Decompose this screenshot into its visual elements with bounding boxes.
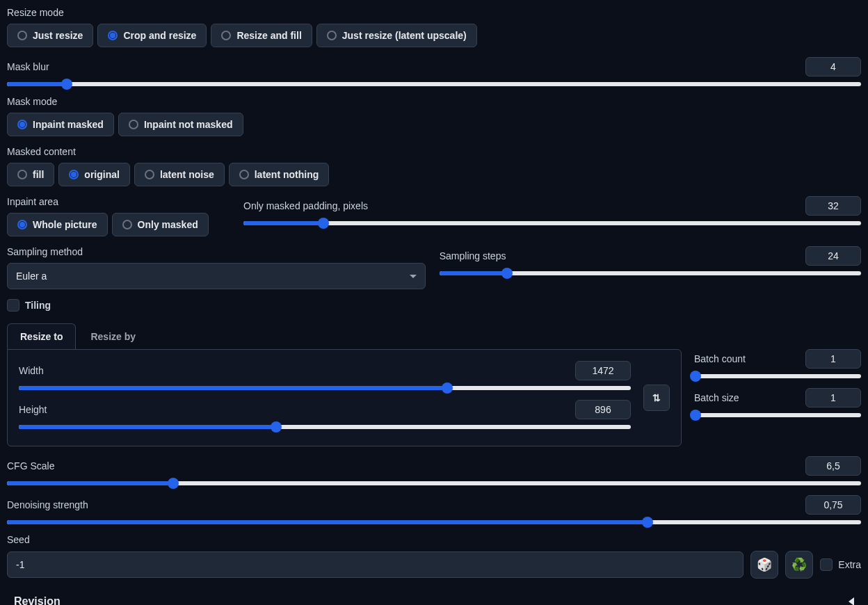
radio-icon bbox=[17, 120, 27, 129]
tab-resize-to[interactable]: Resize to bbox=[7, 323, 76, 349]
sampling-method-label: Sampling method bbox=[7, 246, 426, 257]
radio-icon bbox=[17, 220, 27, 229]
only-masked-padding-value[interactable]: 32 bbox=[805, 196, 861, 216]
masked-content-original[interactable]: original bbox=[58, 163, 130, 186]
mask-mode-inpaint-not-masked[interactable]: Inpaint not masked bbox=[118, 113, 243, 136]
resize-to-panel: Width 1472 Height 896 bbox=[7, 349, 682, 446]
mask-mode-inpaint-masked[interactable]: Inpaint masked bbox=[7, 113, 114, 136]
revision-title: Revision bbox=[14, 595, 61, 605]
revision-header[interactable]: Revision bbox=[7, 588, 861, 605]
resize-mode-just-resize[interactable]: Just resize bbox=[7, 24, 93, 47]
width-label: Width bbox=[19, 365, 44, 376]
mask-mode-group: Inpaint masked Inpaint not masked bbox=[7, 113, 861, 136]
batch-size-value[interactable]: 1 bbox=[805, 388, 861, 408]
denoise-value[interactable]: 0,75 bbox=[805, 495, 861, 515]
radio-icon bbox=[69, 170, 79, 179]
seed-label: Seed bbox=[7, 534, 861, 545]
height-label: Height bbox=[19, 404, 47, 415]
sampling-steps-value[interactable]: 24 bbox=[805, 246, 861, 266]
radio-icon bbox=[145, 170, 154, 179]
width-value[interactable]: 1472 bbox=[575, 361, 631, 380]
cfg-value[interactable]: 6,5 bbox=[805, 456, 861, 476]
masked-content-fill[interactable]: fill bbox=[7, 163, 54, 186]
swap-icon: ⇅ bbox=[652, 392, 661, 403]
tiling-checkbox[interactable]: Tiling bbox=[7, 299, 51, 312]
sampling-steps-slider[interactable] bbox=[440, 271, 861, 275]
recycle-icon: ♻️ bbox=[791, 557, 807, 572]
radio-icon bbox=[129, 120, 138, 129]
radio-icon bbox=[327, 31, 337, 40]
masked-content-latent-nothing[interactable]: latent nothing bbox=[229, 163, 330, 186]
inpaint-area-whole-picture[interactable]: Whole picture bbox=[7, 213, 108, 236]
seed-extra-checkbox[interactable]: Extra bbox=[820, 558, 861, 571]
resize-tabs: Resize to Resize by bbox=[7, 323, 861, 349]
tab-resize-by[interactable]: Resize by bbox=[77, 323, 149, 349]
batch-count-value[interactable]: 1 bbox=[805, 349, 861, 369]
checkbox-icon bbox=[7, 299, 19, 312]
checkbox-icon bbox=[820, 558, 833, 571]
resize-mode-label: Resize mode bbox=[7, 7, 861, 18]
batch-count-label: Batch count bbox=[694, 353, 746, 364]
resize-mode-crop-and-resize[interactable]: Crop and resize bbox=[97, 24, 207, 47]
resize-mode-resize-and-fill[interactable]: Resize and fill bbox=[211, 24, 312, 47]
resize-mode-just-resize-latent[interactable]: Just resize (latent upscale) bbox=[316, 24, 477, 47]
masked-content-latent-noise[interactable]: latent noise bbox=[134, 163, 225, 186]
swap-dimensions-button[interactable]: ⇅ bbox=[643, 385, 670, 411]
mask-blur-label: Mask blur bbox=[7, 61, 49, 72]
height-value[interactable]: 896 bbox=[575, 400, 631, 419]
inpaint-area-group: Whole picture Only masked bbox=[7, 213, 230, 236]
masked-content-label: Masked content bbox=[7, 146, 861, 157]
collapse-icon bbox=[849, 597, 854, 605]
cfg-slider[interactable] bbox=[7, 481, 861, 485]
width-slider[interactable] bbox=[19, 386, 631, 390]
only-masked-padding-slider[interactable] bbox=[243, 221, 861, 225]
mask-mode-label: Mask mode bbox=[7, 96, 861, 107]
radio-icon bbox=[108, 31, 118, 40]
only-masked-padding-label: Only masked padding, pixels bbox=[243, 200, 368, 211]
chevron-down-icon bbox=[410, 275, 417, 278]
denoise-label: Denoising strength bbox=[7, 499, 88, 510]
batch-size-label: Batch size bbox=[694, 392, 739, 403]
resize-mode-group: Just resize Crop and resize Resize and f… bbox=[7, 24, 861, 47]
mask-blur-slider[interactable] bbox=[7, 82, 861, 86]
denoise-slider[interactable] bbox=[7, 520, 861, 524]
masked-content-group: fill original latent noise latent nothin… bbox=[7, 163, 861, 186]
cfg-label: CFG Scale bbox=[7, 460, 54, 471]
dice-icon: 🎲 bbox=[757, 557, 772, 572]
seed-random-button[interactable]: 🎲 bbox=[750, 551, 778, 579]
inpaint-area-only-masked[interactable]: Only masked bbox=[112, 213, 209, 236]
seed-input[interactable] bbox=[7, 551, 744, 578]
radio-icon bbox=[122, 220, 132, 229]
inpaint-area-label: Inpaint area bbox=[7, 196, 230, 207]
batch-size-slider[interactable] bbox=[694, 413, 861, 417]
sampling-method-select[interactable]: Euler a bbox=[7, 263, 426, 289]
radio-icon bbox=[239, 170, 249, 179]
batch-count-slider[interactable] bbox=[694, 374, 861, 378]
mask-blur-value[interactable]: 4 bbox=[805, 57, 861, 76]
seed-reuse-button[interactable]: ♻️ bbox=[785, 551, 813, 579]
radio-icon bbox=[221, 31, 231, 40]
radio-icon bbox=[17, 31, 27, 40]
height-slider[interactable] bbox=[19, 425, 631, 429]
sampling-steps-label: Sampling steps bbox=[440, 250, 506, 261]
radio-icon bbox=[17, 170, 27, 179]
